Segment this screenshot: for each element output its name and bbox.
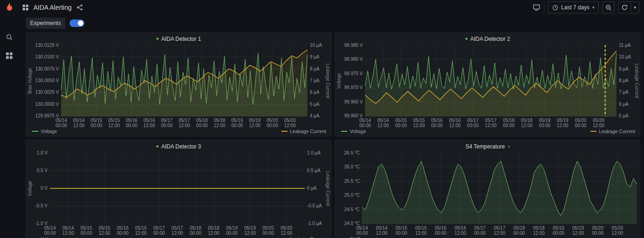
x-tick-time: 00:00: [503, 123, 515, 128]
legend-item[interactable]: Leakage Current: [281, 236, 326, 238]
panel-legend: VoltageLeakage Current: [26, 236, 331, 238]
panel-header-s4-temperature[interactable]: S4 Temperature ▾: [335, 141, 640, 153]
x-axis-tick-label: 05/1700:00: [161, 118, 172, 128]
right-axis-title: Leakage Current: [633, 45, 640, 116]
chart-plot[interactable]: [50, 153, 305, 224]
x-tick-date: 05/14: [377, 118, 389, 123]
dashboard-title: AIDA Alerting: [33, 4, 72, 11]
y-axis-tick-label: 26.5 °C: [344, 151, 360, 155]
x-axis-tick-label: 05/1800:00: [189, 225, 201, 236]
x-tick-time: 12:00: [494, 231, 505, 236]
x-tick-time: 12:00: [99, 231, 110, 236]
variables-bar: Experiments: [19, 15, 644, 32]
chart-plot[interactable]: [365, 45, 617, 116]
y-axis-tick-label: 6 µA: [619, 102, 629, 107]
x-tick-time: 00:00: [575, 123, 587, 128]
search-icon[interactable]: [4, 32, 15, 43]
y-axis-tick-label: 10 µA: [619, 55, 631, 59]
x-axis-tick-label: 05/1800:00: [503, 118, 515, 128]
x-tick-time: 00:00: [356, 231, 368, 236]
alert-ok-heart-icon: ♥: [156, 144, 159, 149]
x-axis-tick-label: 05/2012:00: [593, 118, 604, 128]
experiments-toggle[interactable]: [69, 19, 84, 27]
chart-plot[interactable]: [61, 45, 307, 116]
legend-label: Leakage Current: [290, 236, 326, 238]
alert-ok-heart-icon: ♥: [156, 37, 159, 41]
x-axis-tick-label: 05/1812:00: [533, 225, 545, 236]
legend-label: S4 Temperature: [350, 236, 385, 238]
x-tick-date: 05/16: [135, 225, 147, 231]
y-axis-tick-label: -1.0 µA: [307, 221, 322, 226]
x-tick-time: 12:00: [449, 123, 461, 128]
y-axis-tick-label: 99.980 V: [344, 57, 363, 62]
x-tick-date: 05/18: [189, 225, 201, 231]
x-axis-tick-label: 05/1412:00: [73, 118, 85, 128]
x-axis-tick-label: 05/1612:00: [143, 118, 155, 128]
toolbar-divider: [544, 4, 544, 11]
refresh-button[interactable]: [619, 2, 631, 13]
x-tick-time: 12:00: [143, 123, 155, 128]
x-tick-time: 00:00: [91, 123, 102, 128]
x-tick-time: 00:00: [539, 123, 550, 128]
panel-header-aida-detector-3[interactable]: ♥ AIDA Detector 3: [26, 141, 331, 153]
share-icon[interactable]: [76, 4, 83, 11]
x-tick-time: 00:00: [196, 123, 208, 128]
dashboards-icon[interactable]: [4, 50, 15, 61]
x-axis-tick-label: 05/2000:00: [575, 118, 587, 128]
x-axis-tick-label: 05/1612:00: [455, 225, 466, 236]
x-axis-tick-label: 05/1400:00: [360, 118, 371, 128]
toggle-knob: [78, 20, 83, 26]
x-tick-date: 05/20: [284, 118, 296, 123]
chart-canvas: [61, 45, 307, 116]
x-tick-date: 05/19: [572, 225, 584, 231]
legend-item[interactable]: S4 Temperature: [341, 236, 385, 238]
x-axis-ticks: 05/1400:0005/1412:0005/1500:0005/1512:00…: [362, 224, 637, 236]
x-tick-time: 12:00: [485, 123, 497, 128]
zoom-out-button[interactable]: [602, 1, 614, 13]
x-axis-tick-label: 05/1612:00: [135, 225, 147, 236]
panel-header-aida-detector-1[interactable]: ♥ AIDA Detector 1: [26, 33, 331, 45]
panel-legend: S4 Temperature: [335, 236, 640, 238]
x-tick-date: 05/19: [249, 118, 260, 123]
tv-mode-icon[interactable]: [533, 4, 540, 11]
y-axis-tick-label: 0.5 µA: [307, 168, 321, 173]
x-axis-tick-label: 05/1500:00: [91, 118, 102, 128]
legend-item[interactable]: Leakage Current: [590, 129, 635, 134]
y-axis-tick-label: 99.985 V: [344, 43, 363, 48]
right-axis-ticks: 11 µA10 µA9 µA8 µA7 µA6 µA5 µA: [617, 43, 633, 118]
x-tick-time: 00:00: [226, 231, 238, 236]
chart-plot[interactable]: [362, 153, 637, 224]
y-axis-tick-label: -0.5 µA: [307, 204, 322, 208]
legend-item[interactable]: Voltage: [32, 129, 57, 134]
x-tick-date: 05/14: [73, 118, 85, 123]
time-range-picker[interactable]: Last 7 days ▾: [548, 1, 599, 13]
legend-item[interactable]: Voltage: [32, 236, 57, 238]
x-axis-tick-label: 05/2000:00: [266, 118, 278, 128]
legend-item[interactable]: Leakage Current: [281, 129, 326, 134]
x-tick-date: 05/17: [153, 225, 165, 231]
x-tick-date: 05/20: [266, 118, 278, 123]
topbar: AIDA Alerting: [19, 0, 644, 15]
grafana-logo[interactable]: [3, 1, 16, 14]
time-range-label: Last 7 days: [561, 4, 589, 11]
legend-label: Leakage Current: [599, 129, 635, 134]
x-axis-tick-label: 05/1400:00: [44, 225, 56, 236]
panel-menu-caret-icon[interactable]: ▾: [508, 145, 510, 149]
y-axis-tick-label: 7 µA: [310, 78, 320, 83]
x-tick-time: 00:00: [56, 123, 67, 128]
right-axis-ticks: 10 µA9 µA8 µA7 µA6 µA5 µA4 µA: [308, 43, 324, 118]
x-axis-tick-label: 05/1500:00: [396, 225, 407, 236]
x-tick-time: 12:00: [521, 123, 532, 128]
legend-swatch: [341, 131, 347, 132]
legend-swatch: [281, 131, 288, 132]
panel-header-aida-detector-2[interactable]: ♥ AIDA Detector 2: [335, 33, 640, 45]
x-tick-date: 05/19: [539, 118, 550, 123]
x-axis-tick-label: 05/1912:00: [244, 225, 256, 236]
x-tick-time: 00:00: [161, 123, 172, 128]
x-axis-tick-label: 05/2012:00: [284, 118, 296, 128]
y-axis-tick-label: 0.5 V: [37, 168, 47, 173]
x-tick-date: 05/17: [171, 225, 183, 231]
legend-item[interactable]: Voltage: [341, 129, 366, 134]
refresh-interval-dropdown[interactable]: ▾: [631, 2, 639, 13]
x-axis-tick-label: 05/1500:00: [81, 225, 92, 236]
